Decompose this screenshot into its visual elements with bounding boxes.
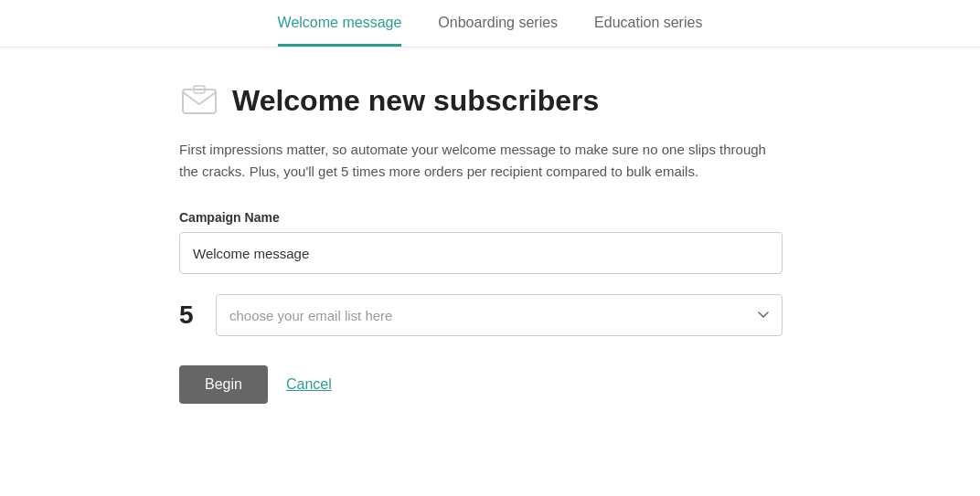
tab-welcome-message[interactable]: Welcome message: [278, 15, 402, 47]
title-row: Welcome new subscribers: [179, 80, 599, 121]
envelope-icon: [179, 80, 219, 121]
actions-row: Begin Cancel: [179, 365, 332, 404]
step-number: 5: [179, 301, 201, 330]
page-description: First impressions matter, so automate yo…: [179, 139, 783, 183]
email-list-row: 5 choose your email list here: [179, 294, 783, 336]
main-content: Welcome new subscribers First impression…: [179, 47, 801, 404]
page-title: Welcome new subscribers: [232, 84, 599, 118]
tab-onboarding-series[interactable]: Onboarding series: [438, 15, 558, 47]
cancel-button[interactable]: Cancel: [286, 376, 332, 393]
begin-button[interactable]: Begin: [179, 365, 268, 404]
tab-education-series[interactable]: Education series: [594, 15, 702, 47]
email-list-select[interactable]: choose your email list here: [216, 294, 783, 336]
campaign-name-label: Campaign Name: [179, 210, 280, 225]
campaign-name-input[interactable]: [179, 232, 783, 274]
tab-bar: Welcome message Onboarding series Educat…: [0, 0, 980, 47]
